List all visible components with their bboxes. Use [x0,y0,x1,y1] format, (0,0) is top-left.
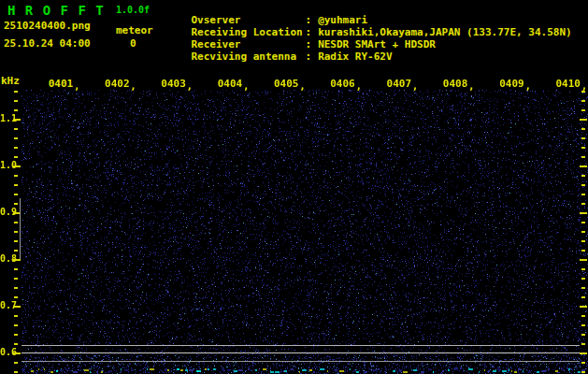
x-axis-tick-label: 0410 [552,78,584,90]
x-axis-tick-label: 0403 [158,78,190,90]
y-axis-minor-tick [14,250,18,252]
x-axis-tick-label: 0405 [270,78,302,90]
y-axis-major-tick [580,212,587,214]
y-axis-minor-tick [14,287,18,289]
y-axis-tick-label: 0.8 [0,253,13,264]
x-axis-tick: , [243,80,250,93]
y-axis-tick-label: 0.9 [0,207,13,217]
carrier-line [22,361,580,362]
x-axis-tick: , [356,80,363,93]
separator: : [306,50,312,63]
y-axis-minor-tick [14,109,18,111]
y-axis-minor-tick [581,287,585,289]
x-axis-tick-label: 0401 [45,78,77,90]
y-axis-minor-tick [581,222,585,223]
x-axis-tick-label: 0406 [327,78,359,90]
y-axis-minor-tick [14,91,18,93]
y-axis-minor-tick [581,231,585,233]
y-axis-minor-tick [14,128,18,130]
y-axis-minor-tick [581,184,585,186]
carrier-line [22,352,580,353]
y-axis-minor-tick [14,156,18,158]
app-version: 1.0.0f [116,5,150,15]
y-axis-minor-tick [581,278,585,280]
y-axis-minor-tick [14,194,18,195]
x-axis-tick-label: 0408 [439,78,471,90]
x-axis-tick: , [74,80,80,93]
y-axis-minor-tick [14,362,18,364]
y-axis-minor-tick [581,128,585,130]
carrier-line [22,345,580,346]
y-axis-minor-tick [14,343,18,345]
y-axis-tick-label: 1.0 [0,160,13,170]
y-axis-minor-tick [14,137,18,139]
y-axis-minor-tick [14,240,18,242]
x-axis-tick: , [130,80,136,93]
y-axis-minor-tick [14,184,18,186]
y-axis-minor-tick [581,147,585,149]
antenna-value: Radix RY-62V [318,50,392,63]
y-axis-minor-tick [14,222,18,223]
y-axis-minor-tick [14,315,18,317]
observation-datetime: 25.10.24 04:00 [4,37,91,50]
y-axis-minor-tick [581,194,585,195]
y-axis-minor-tick [581,137,585,139]
y-axis-major-tick [580,119,587,121]
y-axis-minor-tick [14,324,18,326]
y-axis-minor-tick [14,268,18,270]
app-title: H R O F F T [7,3,105,18]
y-axis-minor-tick [581,109,585,111]
y-axis-major-tick [580,165,587,167]
y-axis-minor-tick [581,175,585,177]
y-axis-minor-tick [581,156,585,158]
y-axis-minor-tick [581,362,585,364]
y-axis-minor-tick [14,371,18,373]
y-axis-minor-tick [14,278,18,280]
y-axis-major-tick [580,352,587,354]
spectrogram-canvas [22,90,588,374]
y-axis-minor-tick [14,175,18,177]
x-axis-tick-label: 0404 [214,78,246,90]
x-axis-tick-label: 0409 [495,78,527,90]
x-axis-tick-label: 0407 [383,78,415,90]
x-axis-tick: , [524,80,531,93]
y-axis-minor-tick [14,231,18,233]
info-row-antenna: Recviving antenna:Radix RY-62V [166,38,393,75]
x-axis-tick: , [299,80,306,93]
y-axis-minor-tick [581,343,585,345]
y-axis-tick-label: 0.6 [0,347,13,357]
y-axis-minor-tick [581,324,585,326]
y-axis-minor-tick [581,371,585,373]
y-axis-minor-tick [14,334,18,336]
hrofft-window: H R O F F T 1.0.0f 2510240400.png meteor… [0,0,588,374]
y-axis-minor-tick [581,334,585,336]
x-axis-tick: , [187,80,194,93]
x-axis-tick-label: 0402 [101,78,133,90]
y-axis-minor-tick [581,268,585,270]
y-axis-tick-label: 1.1 [0,113,13,123]
x-axis-tick: , [412,80,419,93]
y-axis-minor-tick [14,100,18,102]
y-axis-unit-label: kHz [1,75,20,87]
y-axis-minor-tick [581,250,585,252]
y-axis-minor-tick [581,296,585,298]
y-axis-minor-tick [14,147,18,149]
y-axis-minor-tick [581,240,585,242]
meteor-count-value: 0 [130,37,136,50]
antenna-label: Recviving antenna [192,50,306,63]
y-axis-minor-tick [581,203,585,205]
meteor-count-label: meteor [116,24,153,36]
y-axis-major-tick [580,306,587,308]
y-axis-major-tick [580,259,587,261]
y-axis-minor-tick [581,100,585,102]
y-axis-minor-tick [581,91,585,93]
left-marker-line [20,198,21,259]
y-axis-tick-label: 0.7 [0,300,13,310]
y-axis-minor-tick [14,296,18,298]
y-axis-minor-tick [581,315,585,317]
y-axis-minor-tick [14,203,18,205]
output-filename: 2510240400.png [4,20,91,32]
x-axis-tick: , [468,80,475,93]
